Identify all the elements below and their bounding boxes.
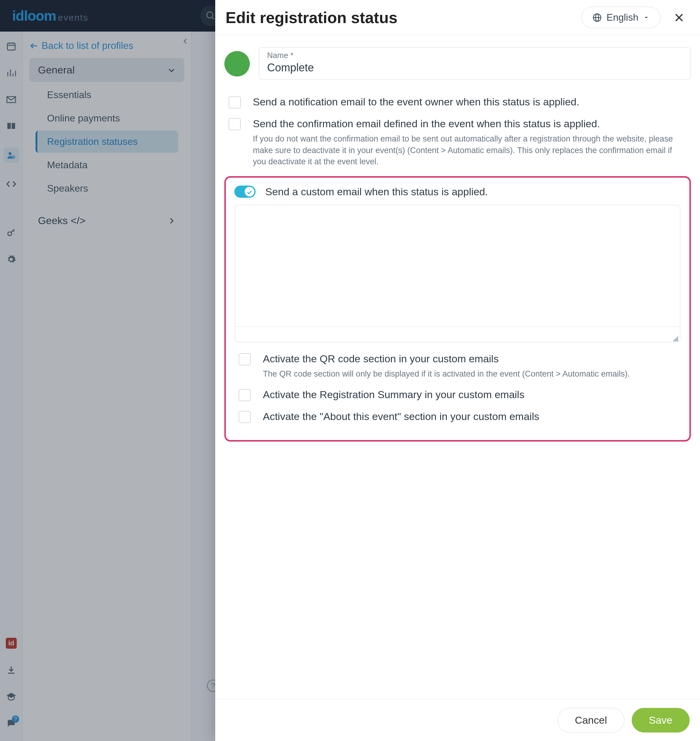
checkbox-confirmation-help: If you do not want the confirmation emai… xyxy=(253,133,687,168)
name-label: Name * xyxy=(267,51,683,60)
check-icon xyxy=(246,189,253,196)
editor-textarea[interactable] xyxy=(235,205,680,327)
cancel-button[interactable]: Cancel xyxy=(557,708,624,732)
toggle-custom-email[interactable] xyxy=(234,186,256,198)
checkbox-notify-owner[interactable] xyxy=(229,96,241,108)
checkbox-reg-summary[interactable] xyxy=(238,389,251,401)
name-field-wrapper: Name * xyxy=(259,47,691,80)
language-selector[interactable]: English xyxy=(581,7,660,28)
globe-icon xyxy=(593,13,601,22)
checkbox-qr-code[interactable] xyxy=(238,353,251,365)
checkbox-about-event-label: Activate the "About this event" section … xyxy=(263,410,539,424)
language-label: English xyxy=(606,12,638,23)
checkbox-notify-owner-label: Send a notification email to the event o… xyxy=(253,95,579,109)
checkbox-confirmation-label: Send the confirmation email defined in t… xyxy=(253,117,687,131)
checkbox-confirmation-email[interactable] xyxy=(229,118,241,130)
status-color-dot[interactable] xyxy=(224,51,250,77)
checkbox-qr-help: The QR code section will only be display… xyxy=(263,368,630,380)
custom-email-editor[interactable] xyxy=(235,205,680,342)
modal-header: Edit registration status English xyxy=(215,0,700,35)
toggle-custom-email-label: Send a custom email when this status is … xyxy=(265,186,488,198)
modal-footer: Cancel Save xyxy=(215,699,700,741)
save-button[interactable]: Save xyxy=(632,708,690,732)
close-button[interactable] xyxy=(670,10,688,25)
custom-email-section: Send a custom email when this status is … xyxy=(224,176,691,441)
close-icon xyxy=(673,12,685,24)
editor-resize-handle[interactable] xyxy=(235,327,680,342)
checkbox-reg-summary-label: Activate the Registration Summary in you… xyxy=(263,388,525,402)
checkbox-about-event[interactable] xyxy=(238,411,251,423)
checkbox-qr-label: Activate the QR code section in your cus… xyxy=(263,352,630,366)
modal-body: Name * Send a notification email to the … xyxy=(215,35,700,699)
caret-down-icon xyxy=(643,15,649,21)
modal-title: Edit registration status xyxy=(225,9,397,27)
name-input[interactable] xyxy=(267,61,683,74)
edit-status-modal: Edit registration status English Name * … xyxy=(215,0,700,741)
